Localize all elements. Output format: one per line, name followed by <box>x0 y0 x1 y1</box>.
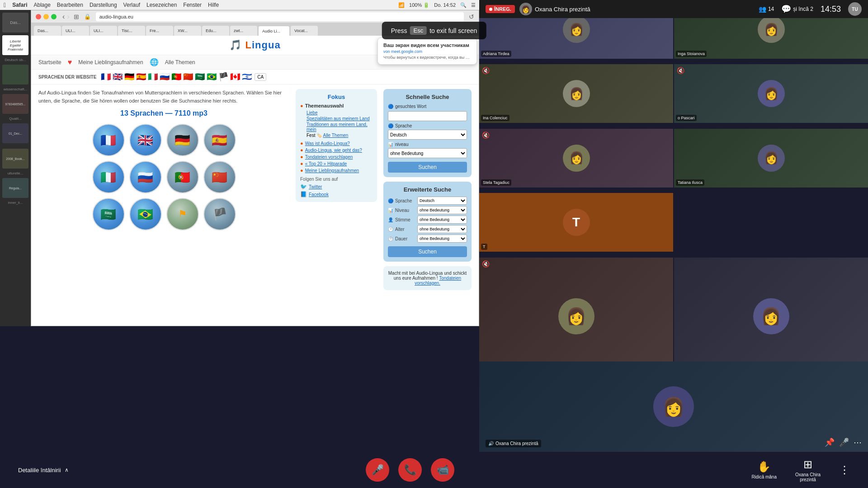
search-word-input[interactable] <box>388 111 467 121</box>
apple-menu[interactable]:  <box>4 1 6 9</box>
nav-back[interactable]: ‹ <box>62 13 65 21</box>
menu-fenster[interactable]: Fenster <box>183 2 202 8</box>
fokus-item-liebe[interactable]: Liebe <box>300 110 373 115</box>
sidebar-thumb-6[interactable]: 2008_Book... <box>2 149 28 169</box>
flag-ru[interactable]: 🇷🇺 <box>160 72 170 82</box>
sidebar-thumb-3[interactable] <box>2 65 28 84</box>
sidebar-thumb-2[interactable]: LibertéEgalitéFraternité <box>2 35 28 55</box>
sprache-select[interactable]: Deutsch <box>388 130 467 140</box>
globe-en[interactable]: 🇬🇧 <box>129 124 162 156</box>
globe-ca[interactable]: ⚑ <box>166 198 199 230</box>
flag-es[interactable]: 🇪🇸 <box>136 72 146 82</box>
globe-ru[interactable]: 🇷🇺 <box>129 161 162 193</box>
tab-8-active[interactable]: Audio Li... <box>258 26 290 36</box>
adv-niveau-select[interactable]: ohne Bedeutung <box>417 206 467 214</box>
mic-mute-overlay-icon[interactable]: 🎤 <box>839 437 849 447</box>
flag-de[interactable]: 🇩🇪 <box>124 72 134 82</box>
globe-it[interactable]: 🇮🇹 <box>92 161 125 193</box>
flag-en[interactable]: 🇬🇧 <box>113 72 123 82</box>
globe-es[interactable]: 🇪🇸 <box>203 124 236 156</box>
fokus-link-3[interactable]: ●Tondateien vorschlagen <box>300 154 373 160</box>
flag-it[interactable]: 🇮🇹 <box>148 72 158 82</box>
chat-icon[interactable]: 💬 <box>781 4 791 14</box>
globe-fr[interactable]: 🇫🇷 <box>92 124 125 156</box>
reload-btn[interactable]: ↺ <box>469 13 474 20</box>
raise-hand-action[interactable]: ✋ Ridică mâna <box>751 460 777 479</box>
more-options-btn[interactable]: ⋮ <box>839 464 850 476</box>
nav-lieblingsaufnahmen[interactable]: Meine Lieblingsaufnahmen <box>78 59 143 66</box>
globe-cn[interactable]: 🇨🇳 <box>203 161 236 193</box>
sidebar-thumb-5[interactable]: 01_Dec... <box>2 123 28 143</box>
fokus-link-1[interactable]: ●Was ist Audio-Lingua? <box>300 141 373 146</box>
globe-misc[interactable]: 🏴 <box>203 198 236 230</box>
facebook-link[interactable]: 📘 Facebook <box>300 191 373 197</box>
meeting-details-section[interactable]: Detaliile întâlnirii ∧ <box>18 467 69 474</box>
fokus-item-fest[interactable]: Fest 🏷️ Alle Themen <box>300 133 373 138</box>
flag-extra-3[interactable]: 🇮🇱 <box>242 72 252 82</box>
tab-5[interactable]: XW... <box>174 26 201 36</box>
globe-pt[interactable]: 🇵🇹 <box>166 161 199 193</box>
menu-bearbeiten[interactable]: Bearbeiten <box>57 2 83 8</box>
fokus-link-4[interactable]: ●« Top 20 » Hitparade <box>300 161 373 166</box>
menu-safari[interactable]: Safari <box>12 2 27 8</box>
flag-sa[interactable]: 🇸🇦 <box>195 72 205 82</box>
tab-4[interactable]: Fre... <box>146 26 173 36</box>
fokus-item-trad[interactable]: Traditionen aus meinem Land, mein <box>300 122 373 132</box>
globe-ar[interactable]: 🇸🇦 <box>92 198 125 230</box>
presenter-action[interactable]: ⊞ Oxana Chira prezintă <box>788 458 828 482</box>
fokus-item-spez[interactable]: Spezialitäten aus meinem Land <box>300 116 373 121</box>
tab-7[interactable]: zwt... <box>230 26 257 36</box>
video-button[interactable]: 📹 <box>431 458 454 482</box>
flag-br[interactable]: 🇧🇷 <box>207 72 217 82</box>
sidebar-thumb-7[interactable]: Regula... <box>2 178 28 198</box>
mac-min-btn[interactable] <box>43 14 49 19</box>
nav-alle-themen[interactable]: Alle Themen <box>165 59 195 66</box>
menu-lesezeichen[interactable]: Lesezeichen <box>146 2 177 8</box>
menu-ablage[interactable]: Ablage <box>33 2 50 8</box>
tab-1[interactable]: ULI... <box>62 26 89 36</box>
sidebar-thumb-4[interactable]: 9783486585... <box>2 94 28 114</box>
search-menu-icon[interactable]: 🔍 <box>460 2 467 8</box>
flag-extra-1[interactable]: 🏴 <box>218 72 228 82</box>
globe-br[interactable]: 🇧🇷 <box>129 198 162 230</box>
nav-forward[interactable]: › <box>67 13 69 21</box>
alle-themen-link[interactable]: Alle Themen <box>323 133 348 138</box>
tab-3[interactable]: Tisc... <box>118 26 145 36</box>
flag-extra-2[interactable]: 🇨🇦 <box>230 72 240 82</box>
wifi-icon[interactable]: 📶 <box>398 2 405 8</box>
control-center-icon[interactable]: ☰ <box>471 2 476 8</box>
tab-0[interactable]: Das... <box>34 26 61 36</box>
themenauswahl-label[interactable]: Themenauswahl <box>305 103 344 108</box>
mac-close-btn[interactable] <box>36 14 41 19</box>
tab-9[interactable]: Vocat... <box>291 26 318 36</box>
flag-pt[interactable]: 🇵🇹 <box>171 72 181 82</box>
twitter-link[interactable]: 🐦 Twitter <box>300 183 373 190</box>
flag-cn[interactable]: 🇨🇳 <box>183 72 193 82</box>
adv-sprache-select[interactable]: Deutsch <box>417 197 467 205</box>
nav-startseite[interactable]: Startseite <box>38 59 61 66</box>
pin-icon[interactable]: 📌 <box>825 437 835 447</box>
schnelle-suche-btn[interactable]: Suchen <box>388 162 467 173</box>
menu-hilfe[interactable]: Hilfe <box>208 2 219 8</box>
mac-max-btn[interactable] <box>51 14 57 19</box>
menu-verlauf[interactable]: Verlauf <box>123 2 140 8</box>
tab-2[interactable]: ULI... <box>90 26 117 36</box>
niveau-select[interactable]: ohne Bedeutung <box>388 148 467 158</box>
adv-dauer-select[interactable]: ohne Bedeutung <box>417 235 467 243</box>
adv-stimme-select[interactable]: ohne Bedeutung <box>417 216 467 224</box>
flag-fr[interactable]: 🇫🇷 <box>101 72 111 82</box>
fokus-link-2[interactable]: ●Audio-Lingua, wie geht das? <box>300 147 373 153</box>
mute-button[interactable]: 🎤 <box>366 458 389 482</box>
erweiterte-suche-btn[interactable]: Suchen <box>388 246 467 257</box>
fokus-link-5[interactable]: ●Meine Lieblingsaufnahmen <box>300 168 373 173</box>
adv-alter-select[interactable]: ohne Bedeutung <box>417 225 467 233</box>
end-call-button[interactable]: 📞 <box>398 458 422 482</box>
sidebar-thumb-1[interactable]: Das... <box>2 13 28 33</box>
address-bar[interactable]: audio-lingua.eu <box>96 12 464 21</box>
more-overlay-icon[interactable]: ⋯ <box>854 437 862 447</box>
sidebar-toggle[interactable]: ⊞ <box>74 13 79 20</box>
menu-darstellung[interactable]: Darstellung <box>90 2 117 8</box>
globe-de[interactable]: 🇩🇪 <box>166 124 199 156</box>
site-logo[interactable]: 🎵 Lingua <box>229 39 280 51</box>
tab-6[interactable]: Edu... <box>202 26 229 36</box>
